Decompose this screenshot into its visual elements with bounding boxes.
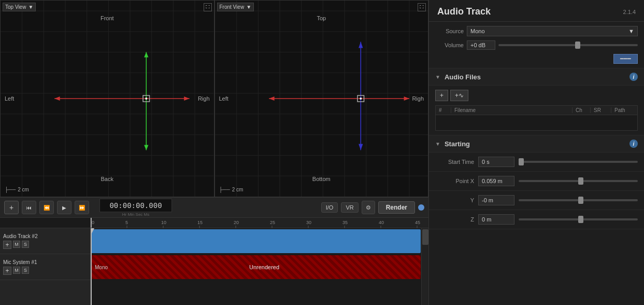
track-2-m-btn[interactable]: M (13, 267, 20, 274)
viewport-2[interactable]: Front View ▼ ⛶ Top Left Righ Bottom ├── … (214, 0, 429, 197)
viewport-1-scale: ├── 2 cm (5, 187, 29, 192)
play-button[interactable]: ▶ (57, 201, 71, 214)
fast-forward-button[interactable]: ⏩ (75, 201, 89, 214)
viewport-2-label-bottom: Bottom (312, 176, 331, 182)
timeline-ruler: 0 5 10 15 20 25 (91, 218, 428, 228)
start-time-slider[interactable] (519, 161, 638, 163)
clips-area: Mono Unrendered (91, 228, 428, 305)
volume-label: Volume (435, 42, 464, 48)
timeline-scrollbar[interactable] (421, 228, 428, 305)
point-z-slider[interactable] (519, 218, 638, 220)
viewport-1[interactable]: Top View ▼ ⛶ Front Left Righ Back ├── 2 … (0, 0, 214, 197)
track-2-s-btn[interactable]: S (22, 267, 29, 274)
viewport-2-label-left: Left (219, 95, 228, 102)
viewport-1-label-top: Front (101, 15, 114, 21)
timeline-area: Audio Track #2 + M S (0, 218, 428, 305)
io-button[interactable]: I/O (321, 202, 338, 213)
track-1-header-top: Audio Track #2 (3, 233, 87, 239)
point-x-thumb[interactable] (578, 177, 583, 185)
audio-clip[interactable] (91, 229, 421, 253)
point-x-slider[interactable] (519, 180, 638, 182)
point-z-row: Z 0 m (429, 210, 644, 229)
col-ch: Ch (573, 107, 591, 113)
timecode-display: 00:00:00.000 Hr Min Sec Ms (99, 199, 172, 217)
source-dropdown[interactable]: Mono ▼ (467, 26, 638, 36)
point-y-value[interactable]: -0 m (478, 195, 514, 205)
volume-slider-container: +0 dB (467, 40, 638, 50)
point-z-label: Z (435, 216, 474, 223)
blue-btn-row: ━━━ (435, 54, 638, 64)
svg-point-53 (360, 98, 362, 100)
render-button[interactable]: Render (378, 201, 415, 214)
point-x-label: Point X (435, 178, 474, 184)
point-y-thumb[interactable] (578, 197, 583, 204)
transport-bar: + ⏮ ⏪ ▶ ⏩ 00:00:00.000 Hr Min Sec Ms I/O… (0, 197, 428, 218)
scrollbar-thumb[interactable] (422, 229, 428, 245)
viewport-2-label-top: Top (317, 15, 326, 21)
svg-text:15: 15 (197, 220, 203, 225)
point-z-thumb[interactable] (578, 216, 583, 223)
tracks-content-area: 0 5 10 15 20 25 (91, 218, 428, 305)
track-1-add[interactable]: + (3, 241, 11, 249)
starting-params: Start Time 0 s Point X 0.059 m Y (429, 152, 644, 229)
volume-thumb[interactable] (575, 41, 580, 49)
track-2-header-top: Mic System #1 (3, 259, 87, 265)
add-button[interactable]: + (4, 201, 19, 214)
viewport-1-header: Top View ▼ ⛶ (3, 3, 212, 11)
point-z-value[interactable]: 0 m (478, 214, 514, 225)
volume-slider[interactable] (498, 44, 638, 46)
audio-files-section: ▼ Audio Files i + +∿ # Filename Ch SR Pa… (429, 68, 644, 135)
svg-text:45: 45 (415, 220, 420, 225)
col-filename: Filename (451, 107, 573, 113)
track-1-s-btn[interactable]: S (22, 241, 29, 248)
add-wave-button[interactable]: +∿ (450, 90, 468, 101)
rewind-start-button[interactable]: ⏮ (22, 201, 36, 214)
rewind-button[interactable]: ⏪ (39, 201, 54, 214)
viewport-1-expand[interactable]: ⛶ (204, 3, 212, 11)
volume-row: Volume +0 dB (435, 40, 638, 50)
svg-text:30: 30 (306, 220, 311, 225)
start-time-thumb[interactable] (519, 158, 524, 165)
track-2-add[interactable]: + (3, 267, 11, 275)
point-y-slider[interactable] (519, 199, 638, 201)
point-x-value[interactable]: 0.059 m (478, 176, 514, 186)
add-file-button[interactable]: + (435, 90, 448, 101)
blue-action-button[interactable]: ━━━ (613, 54, 638, 64)
audio-files-collapse[interactable]: ▼ (435, 74, 440, 80)
viewport-2-scale: ├── 2 cm (219, 187, 244, 192)
viewport-2-expand[interactable]: ⛶ (418, 3, 426, 11)
audio-files-info[interactable]: i (629, 73, 638, 81)
main-container: Top View ▼ ⛶ Front Left Righ Back ├── 2 … (0, 0, 644, 305)
track-1-name: Audio Track #2 (3, 233, 87, 239)
viewport-2-label-right: Righ (412, 95, 424, 102)
viewport-1-dropdown[interactable]: Top View ▼ (3, 3, 36, 11)
point-y-label: Y (435, 197, 474, 203)
track-2-name: Mic System #1 (3, 259, 87, 265)
track-2-header: Mic System #1 + M S (0, 254, 90, 280)
settings-button[interactable]: ⚙ (362, 201, 375, 214)
vr-button[interactable]: VR (341, 202, 358, 213)
render-indicator (418, 204, 424, 211)
timeline-cursor-top (91, 218, 92, 228)
source-label: Source (435, 28, 464, 34)
viewport-1-label-left: Left (5, 95, 14, 102)
mic-clip[interactable]: Mono Unrendered (91, 255, 421, 279)
right-panel: Audio Track 2.1.4 Source Mono ▼ Volume +… (429, 0, 644, 305)
track-1-m-btn[interactable]: M (13, 241, 20, 248)
viewport-2-header: Front View ▼ ⛶ (217, 3, 426, 11)
version-label: 2.1.4 (623, 9, 636, 15)
start-time-value[interactable]: 0 s (478, 157, 514, 167)
svg-text:40: 40 (379, 220, 384, 225)
mic-clip-unrendered-label: Unrendered (108, 264, 421, 270)
col-path: Path (611, 107, 637, 113)
svg-text:20: 20 (234, 220, 239, 225)
track-1-header: Audio Track #2 + M S (0, 228, 90, 254)
track-2-header-bottom: + M S (3, 267, 87, 275)
point-x-row: Point X 0.059 m (429, 172, 644, 191)
starting-collapse[interactable]: ▼ (435, 141, 440, 147)
starting-info[interactable]: i (629, 140, 638, 148)
viewport-2-dropdown[interactable]: Front View ▼ (217, 3, 254, 11)
starting-section: ▼ Starting i Start Time 0 s Point X 0.05… (429, 135, 644, 229)
source-volume-section: Source Mono ▼ Volume +0 dB ━━━ (429, 22, 644, 68)
audio-files-header: ▼ Audio Files i (429, 68, 644, 86)
